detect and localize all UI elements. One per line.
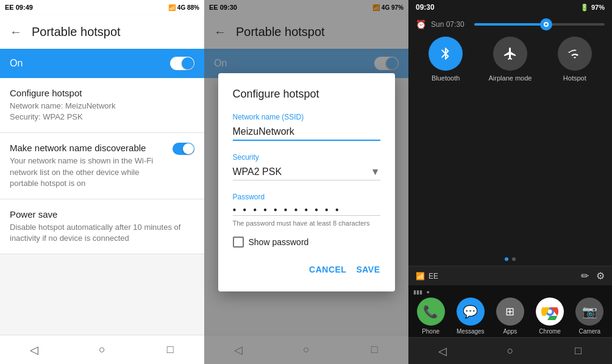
p3-spacer [408, 84, 612, 252]
recents-nav-1[interactable]: □ [158, 338, 182, 362]
camera-label: Camera [579, 328, 601, 335]
brightness-slider[interactable] [474, 23, 605, 26]
camera-icon: 📷 [575, 298, 603, 326]
dialog-title: Configure hotspot [233, 88, 380, 101]
brightness-row: ⏰ Sun 07:30 [408, 15, 612, 32]
apps-label: Apps [503, 328, 518, 335]
carrier-time-1: EE 09:49 [5, 4, 33, 11]
bottom-info-bar: 📶 EE ✏ ⚙ [408, 266, 612, 285]
apps-row: 📞 Phone 💬 Messages ⊞ Apps [408, 298, 612, 335]
settings-list-1: Configure hotspot Network name: MeizuNet… [0, 78, 204, 335]
airplane-toggle[interactable]: Airplane mode [489, 37, 532, 82]
home-nav-3[interactable]: ○ [498, 339, 522, 363]
app-camera[interactable]: 📷 Camera [575, 298, 603, 335]
app-phone[interactable]: 📞 Phone [417, 298, 445, 335]
messages-icon: 💬 [457, 298, 485, 326]
airplane-label: Airplane mode [489, 74, 532, 82]
edit-icon[interactable]: ✏ [581, 270, 589, 282]
hotspot-toggle-3[interactable]: Hotspot [558, 37, 592, 82]
cancel-button[interactable]: CANCEL [309, 262, 346, 277]
settings-icon[interactable]: ⚙ [596, 270, 605, 282]
show-password-label: Show password [249, 237, 309, 247]
status-bar-left-1: EE 09:49 [5, 4, 33, 11]
toggle-label-1: On [10, 58, 23, 69]
app-messages[interactable]: 💬 Messages [457, 298, 485, 335]
dot-1 [505, 257, 508, 261]
battery-icon-3: 🔋 [580, 4, 589, 12]
configure-hotspot-desc: Network name: MeizuNetworkSecurity: WPA2… [10, 101, 194, 123]
discoverable-title: Make network name discoverable [10, 143, 168, 153]
security-value: WPA2 PSK [233, 166, 282, 177]
panel-2: EE 09:30 📶 4G 97% ← Portable hotspot On … [204, 0, 408, 364]
app-apps[interactable]: ⊞ Apps [496, 298, 524, 335]
password-label: Password [233, 193, 380, 201]
discoverable-toggle[interactable] [173, 143, 194, 155]
page-dots [408, 252, 612, 266]
signal-bars-icon: 📶 [416, 272, 425, 280]
alarm-time: Sun 07:30 [431, 20, 464, 29]
back-nav-1[interactable]: ◁ [22, 338, 46, 362]
power-save-desc: Disable hotspot automatically after 10 m… [10, 222, 194, 244]
time-3: 09:30 [416, 3, 435, 12]
top-bar-1: ← Portable hotspot [0, 15, 204, 49]
security-label: Security [233, 153, 380, 162]
show-password-row[interactable]: Show password [233, 237, 380, 248]
hotspot-toggle-1[interactable] [170, 57, 194, 70]
phone-icon: 📞 [417, 298, 445, 326]
battery-text-1: 4G 88% [177, 4, 199, 11]
status-bar-1: EE 09:49 📶 4G 88% [0, 0, 204, 15]
carrier-info: 📶 EE [416, 272, 438, 280]
nav-bar-3: ◁ ○ □ [408, 337, 612, 364]
power-save-item[interactable]: Power save Disable hotspot automatically… [0, 199, 204, 254]
chrome-icon [536, 298, 564, 326]
status-bar-3: 09:30 🔋 97% [408, 0, 612, 15]
brightness-thumb-inner [544, 22, 549, 27]
carrier-name: EE [429, 272, 438, 280]
chrome-label: Chrome [539, 328, 561, 335]
page-title-1: Portable hotspot [32, 25, 121, 39]
network-name-label: Network name (SSID) [233, 113, 380, 121]
apps-icon: ⊞ [496, 298, 524, 326]
quick-toggles: Bluetooth Airplane mode Hotspot [408, 32, 612, 84]
airplane-icon[interactable] [493, 37, 527, 71]
dialog-overlay: Configure hotspot Network name (SSID) Se… [204, 0, 408, 364]
phone-label: Phone [422, 328, 439, 335]
status-right-3: 🔋 97% [580, 4, 605, 12]
discoverable-item[interactable]: Make network name discoverable Your netw… [0, 133, 204, 199]
password-field[interactable]: ● ● ● ● ● ● ● ● ● ● ● [233, 204, 380, 216]
security-select[interactable]: WPA2 PSK ▼ [233, 164, 380, 180]
network-name-input[interactable] [233, 124, 380, 141]
panel-1: EE 09:49 📶 4G 88% ← Portable hotspot On … [0, 0, 204, 364]
apps-bar-indicator: ▮▮▮ [413, 289, 422, 295]
dot-2 [512, 257, 516, 261]
bluetooth-icon[interactable] [429, 37, 463, 71]
messages-label: Messages [457, 328, 485, 335]
recents-nav-3[interactable]: □ [566, 339, 590, 363]
battery-text-3: 97% [591, 4, 605, 11]
configure-hotspot-item[interactable]: Configure hotspot Network name: MeizuNet… [0, 78, 204, 133]
brightness-fill [474, 23, 546, 26]
home-nav-1[interactable]: ○ [90, 338, 114, 362]
signal-icon-1: 📶 [168, 4, 176, 11]
hotspot-icon[interactable] [558, 37, 592, 71]
alarm-icon: ⏰ [416, 20, 426, 29]
bluetooth-toggle[interactable]: Bluetooth [429, 37, 463, 82]
back-nav-3[interactable]: ◁ [430, 339, 455, 363]
password-hint: The password must have at least 8 charac… [233, 219, 380, 227]
dialog-buttons: CANCEL SAVE [233, 262, 380, 277]
hotspot-label: Hotspot [563, 74, 586, 82]
brightness-thumb [540, 18, 552, 30]
hotspot-toggle-row-1[interactable]: On [0, 49, 204, 78]
back-button-1[interactable]: ← [10, 25, 22, 39]
show-password-checkbox[interactable] [233, 237, 244, 248]
discoverable-desc: Your network name is shown in the Wi-Fi … [10, 155, 168, 189]
configure-hotspot-dialog: Configure hotspot Network name (SSID) Se… [218, 73, 395, 291]
power-save-title: Power save [10, 209, 194, 219]
app-chrome[interactable]: Chrome [536, 298, 564, 335]
status-bar-right-1: 📶 4G 88% [168, 4, 199, 11]
bluetooth-label: Bluetooth [432, 74, 460, 82]
save-button[interactable]: SAVE [356, 262, 380, 277]
nav-bar-1: ◁ ○ □ [0, 335, 204, 364]
configure-hotspot-title: Configure hotspot [10, 88, 194, 98]
panel-3: 09:30 🔋 97% ⏰ Sun 07:30 Bluetooth [408, 0, 612, 364]
